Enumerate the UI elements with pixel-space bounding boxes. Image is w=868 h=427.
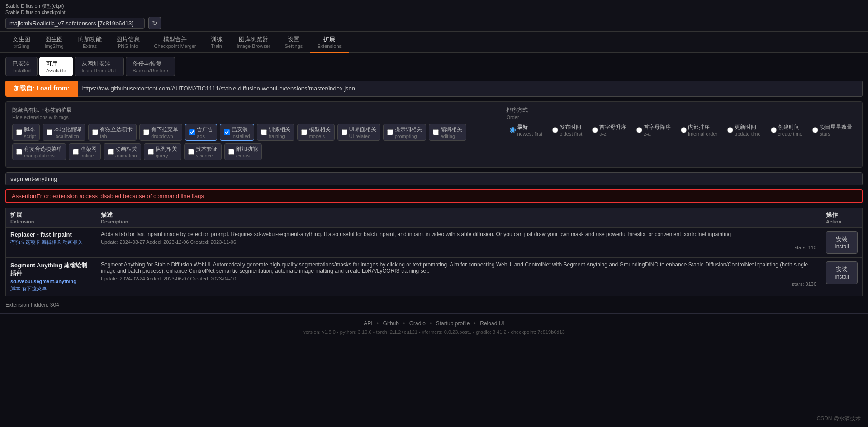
sub-tab-backup/restore[interactable]: 备份与恢复Backup/Restore <box>126 57 175 76</box>
model-label-main: Stable Diffusion checkpoint <box>5 9 863 15</box>
filter-tag-localization[interactable]: 本地化翻译localization <box>43 124 85 141</box>
watermark: CSDN @水滴技术 <box>816 415 861 422</box>
footer-link-github[interactable]: Github <box>383 320 399 327</box>
filter-tag-models[interactable]: 模型相关models <box>297 124 335 141</box>
ext-desc: Segment Anything for Stable Diffusion We… <box>101 261 816 274</box>
nav-tab-img2img[interactable]: 图生图img2img <box>38 32 71 53</box>
sub-tab-installed[interactable]: 已安装Installed <box>5 57 38 76</box>
footer-dot: • <box>375 320 380 327</box>
order-option-internal-order[interactable]: 内部排序internal order <box>677 122 721 138</box>
order-options: 最新newest first发布时间oldest first首字母升序a-z首字… <box>506 122 856 138</box>
nav-tab-Train[interactable]: 训练Train <box>204 32 230 53</box>
nav-tab-Extensions[interactable]: 扩展Extensions <box>310 32 349 53</box>
order-option-stars[interactable]: 项目星星数量stars <box>809 122 856 138</box>
ext-meta: Update: 2024-03-27 Added: 2023-12-06 Cre… <box>101 239 816 245</box>
install-button-1[interactable]: 安装Install <box>826 261 858 284</box>
refresh-model-btn[interactable]: ↻ <box>148 17 161 29</box>
table-row: Segment Anything 蒸馏绘制插件sd-webui-segment-… <box>6 257 863 296</box>
filter-tag-prompting[interactable]: 提示词相关prompting <box>383 124 426 141</box>
order-label: 排序方式 Order <box>506 106 856 120</box>
content-area: 已安装Installed可用Available从网址安装Install from… <box>0 53 868 313</box>
error-box: AssertionError: extension access disable… <box>5 189 863 203</box>
load-from-url-input[interactable] <box>78 81 863 97</box>
extensions-table: 扩展 Extension 描述 Description 操作 Action Re… <box>5 208 863 296</box>
sub-tab-available[interactable]: 可用Available <box>39 57 73 76</box>
install-button-0[interactable]: 安装Install <box>826 231 858 254</box>
footer: API • Github • Gradio • Startup profile … <box>0 313 868 338</box>
nav-tab-txt2img[interactable]: 文生图txt2img <box>5 32 38 53</box>
order-option-update-time[interactable]: 更新时间update time <box>724 122 764 138</box>
filter-section: 隐藏含有以下标签的扩展 Hide extensions with tags 脚本… <box>5 101 863 168</box>
nav-tab-Extras[interactable]: 附加功能Extras <box>71 32 109 53</box>
filter-tag-manipulations[interactable]: 有复合选项菜单manipulations <box>12 143 66 160</box>
ext-meta: Update: 2024-02-24 Added: 2023-06-07 Cre… <box>101 276 816 281</box>
table-row: Replacer - fast inpaint有独立选项卡,编辑相关,动画相关A… <box>6 227 863 257</box>
order-option-z-a[interactable]: 首字母降序z-a <box>633 122 674 138</box>
ext-stars: stars: 3130 <box>101 281 816 287</box>
search-input[interactable] <box>5 172 863 185</box>
filter-tag-online[interactable]: 渲染网online <box>69 143 101 160</box>
footer-dot: • <box>402 320 407 327</box>
order-option-newest-first[interactable]: 最新newest first <box>506 122 546 138</box>
filter-tags-container: 脚本script本地化翻译localization有独立选项卡tab有下拉菜单d… <box>12 124 497 160</box>
ext-desc: Adds a tab for fast inpaint image by det… <box>101 231 816 237</box>
load-from-btn-cn: 加载自: <box>14 85 35 92</box>
order-option-oldest-first[interactable]: 发布时间oldest first <box>549 122 586 138</box>
order-option-create-time[interactable]: 创建时间create time <box>767 122 806 138</box>
footer-dot: • <box>472 320 477 327</box>
ext-tags: 有独立选项卡,编辑相关,动画相关 <box>10 239 91 246</box>
filter-tag-tab[interactable]: 有独立选项卡tab <box>88 124 137 141</box>
filter-tag-animation[interactable]: 动画相关animation <box>104 143 141 160</box>
nav-tab-PNG-Info[interactable]: 图片信息PNG Info <box>109 32 147 53</box>
load-from-button[interactable]: 加载自: Load from: <box>5 81 78 97</box>
footer-link-api[interactable]: API <box>364 320 372 327</box>
nav-tab-Settings[interactable]: 设置Settings <box>278 32 310 53</box>
top-bar: Stable Diffusion 模型(ckpt) Stable Diffusi… <box>0 0 868 32</box>
nav-tabs: 文生图txt2img图生图img2img附加功能Extras图片信息PNG In… <box>0 32 868 53</box>
model-dropdown[interactable]: majicmixRealistic_v7.safetensors [7c819b… <box>5 18 145 29</box>
filter-tag-dropdown[interactable]: 有下拉菜单dropdown <box>139 124 182 141</box>
ext-tags: 脚本,有下拉菜单 <box>10 285 91 292</box>
footer-link-gradio[interactable]: Gradio <box>409 320 426 327</box>
ext-stars: stars: 110 <box>101 245 816 250</box>
filter-tag-installed[interactable]: 已安装installed <box>220 124 254 141</box>
ext-name: Replacer - fast inpaint <box>10 231 91 238</box>
filter-tag-ads[interactable]: 含广告ads <box>185 124 217 141</box>
filter-tag-query[interactable]: 队列相关query <box>144 143 181 160</box>
footer-dot: • <box>428 320 433 327</box>
nav-tab-Image-Browser[interactable]: 图库浏览器Image Browser <box>230 32 278 53</box>
filter-tag-ui-related[interactable]: UI界面相关UI related <box>337 124 380 141</box>
hidden-count: Extension hidden: 304 <box>5 300 863 310</box>
filter-tag-script[interactable]: 脚本script <box>12 124 40 141</box>
footer-link-reload-ui[interactable]: Reload UI <box>480 320 504 327</box>
filter-tag-science[interactable]: 技术验证science <box>184 143 222 160</box>
nav-tab-Checkpoint-Merger[interactable]: 模型合并Checkpoint Merger <box>147 32 204 53</box>
filter-tag-extras[interactable]: 附加功能extras <box>224 143 262 160</box>
filter-tag-editing[interactable]: 编辑相关editing <box>429 124 466 141</box>
footer-link-startup-profile[interactable]: Startup profile <box>436 320 470 327</box>
ext-name: Segment Anything 蒸馏绘制插件sd-webui-segment-… <box>10 261 91 285</box>
footer-version: version: v1.8.0 • python: 3.10.6 • torch… <box>0 329 868 335</box>
sub-tab-install-from-url[interactable]: 从网址安装Install from URL <box>75 57 124 76</box>
sub-tabs: 已安装Installed可用Available从网址安装Install from… <box>5 57 863 76</box>
load-from-btn-en: Load from: <box>37 85 70 92</box>
order-option-a-z[interactable]: 首字母升序a-z <box>588 122 630 138</box>
footer-links: API • Github • Gradio • Startup profile … <box>0 320 868 327</box>
filter-title: 隐藏含有以下标签的扩展 Hide extensions with tags <box>12 106 497 120</box>
model-label-small: Stable Diffusion 模型(ckpt) <box>5 3 863 9</box>
filter-tag-training[interactable]: 训练相关training <box>257 124 294 141</box>
